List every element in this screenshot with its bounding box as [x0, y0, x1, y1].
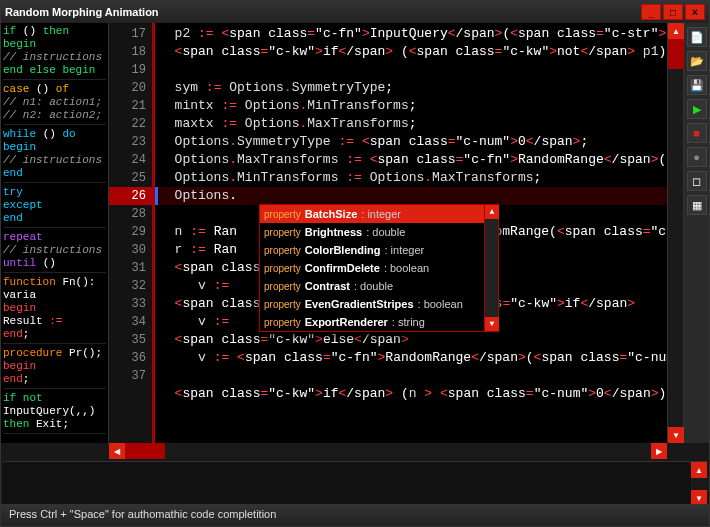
snippet-item[interactable]: if notInputQuery(,,)then Exit; — [3, 392, 106, 434]
main-area: if () then begin// instructionsend else … — [1, 23, 709, 443]
code-line[interactable]: <span class="c-kw">if</span> (n > <span … — [159, 385, 663, 403]
tile-icon: ▦ — [692, 199, 702, 212]
snippet-panel: if () then begin// instructionsend else … — [1, 23, 109, 443]
ac-name: Brightness — [305, 223, 362, 241]
scroll-left-button[interactable]: ◀ — [109, 443, 125, 459]
code-line[interactable]: mintx := Options.MinTransforms; — [159, 97, 663, 115]
snippet-item[interactable]: procedure Pr();beginend; — [3, 347, 106, 389]
ac-name: ConfirmDelete — [305, 259, 380, 277]
status-hint: Press Ctrl + "Space" for authomathic cod… — [9, 508, 276, 520]
break-button[interactable]: ◻ — [687, 171, 707, 191]
ac-name: Contrast — [305, 277, 350, 295]
line-number: 31 — [111, 259, 146, 277]
code-line[interactable]: v := <span class="c-fn">RandomRange</spa… — [159, 349, 663, 367]
snippet-item[interactable]: tryexceptend — [3, 186, 106, 228]
autocomplete-item[interactable]: propertyEvenGradientStripes: boolean — [260, 295, 498, 313]
scroll-thumb[interactable] — [668, 39, 684, 69]
ac-name: BatchSize — [305, 205, 358, 223]
record-button[interactable]: ● — [687, 147, 707, 167]
snippet-item[interactable]: while () do begin// instructionsend — [3, 128, 106, 183]
line-number: 33 — [111, 295, 146, 313]
snippet-item[interactable]: function Fn(): variabegin Result :=end; — [3, 276, 106, 344]
code-line[interactable]: <span class="c-kw">else</span> — [159, 331, 663, 349]
code-line[interactable] — [159, 367, 663, 385]
snippet-item[interactable]: if () then begin// instructionsend else … — [3, 25, 106, 80]
console-scrollbar[interactable]: ▲ ▼ — [691, 462, 707, 506]
autocomplete-item[interactable]: propertyContrast: double — [260, 277, 498, 295]
side-toolbar: 📄📂💾▶■●◻▦ — [683, 23, 709, 443]
line-number: 37 — [111, 367, 146, 385]
window-controls: _ □ × — [641, 4, 705, 20]
code-line[interactable]: Options.MinTransforms := Options.MaxTran… — [159, 169, 663, 187]
hscroll-thumb[interactable] — [125, 443, 165, 459]
save-icon: 💾 — [690, 79, 704, 92]
line-number: 18 — [111, 43, 146, 61]
ac-type: : integer — [361, 205, 401, 223]
status-bar: Press Ctrl + "Space" for authomathic cod… — [1, 504, 709, 526]
open-icon: 📂 — [690, 55, 704, 68]
save-button[interactable]: 💾 — [687, 75, 707, 95]
ac-type: : string — [392, 313, 425, 331]
code-editor[interactable]: p2 := <span class="c-fn">InputQuery</spa… — [155, 23, 667, 443]
line-number: 20 — [111, 79, 146, 97]
ac-type: : double — [354, 277, 393, 295]
line-number: 30 — [111, 241, 146, 259]
run-button[interactable]: ▶ — [687, 99, 707, 119]
autocomplete-scrollbar[interactable]: ▲▼ — [484, 205, 498, 331]
snippet-item[interactable]: repeat// instructionsuntil () — [3, 231, 106, 273]
autocomplete-item[interactable]: propertyConfirmDelete: boolean — [260, 259, 498, 277]
code-line[interactable]: Options.MaxTransforms := <span class="c-… — [159, 151, 663, 169]
line-number: 28 — [111, 205, 146, 223]
stop-button[interactable]: ■ — [687, 123, 707, 143]
code-line[interactable]: sym := Options.SymmetryType; — [159, 79, 663, 97]
code-line[interactable]: p2 := <span class="c-fn">InputQuery</spa… — [159, 25, 663, 43]
run-icon: ▶ — [693, 103, 701, 116]
snippet-item[interactable]: case () of// n1: action1;// n2: action2; — [3, 83, 106, 125]
line-number: 17 — [111, 25, 146, 43]
new-button[interactable]: 📄 — [687, 27, 707, 47]
ac-kind: property — [264, 206, 301, 224]
code-line[interactable]: <span class="c-kw">if</span> (<span clas… — [159, 43, 663, 61]
autocomplete-item[interactable]: propertyBrightness: double — [260, 223, 498, 241]
ac-kind: property — [264, 278, 301, 296]
vertical-scrollbar[interactable]: ▲ ▼ — [667, 23, 683, 443]
close-button[interactable]: × — [685, 4, 705, 20]
autocomplete-item[interactable]: propertyBatchSize: integer — [260, 205, 498, 223]
maximize-button[interactable]: □ — [663, 4, 683, 20]
current-line-marker — [155, 187, 158, 205]
line-number: 19 — [111, 61, 146, 79]
ac-kind: property — [264, 242, 301, 260]
ac-type: : boolean — [384, 259, 429, 277]
line-number: 25 — [111, 169, 146, 187]
ac-kind: property — [264, 224, 301, 242]
open-button[interactable]: 📂 — [687, 51, 707, 71]
code-line[interactable]: Options. — [159, 187, 663, 205]
scroll-right-button[interactable]: ▶ — [651, 443, 667, 459]
minimize-button[interactable]: _ — [641, 4, 661, 20]
autocomplete-item[interactable]: propertyExportRenderer: string — [260, 313, 498, 331]
tile-button[interactable]: ▦ — [687, 195, 707, 215]
ac-type: : boolean — [418, 295, 463, 313]
titlebar: Random Morphing Animation _ □ × — [1, 1, 709, 23]
record-icon: ● — [693, 151, 700, 163]
scroll-down-button[interactable]: ▼ — [668, 427, 684, 443]
autocomplete-popup[interactable]: propertyBatchSize: integerpropertyBright… — [259, 204, 499, 332]
ac-name: ColorBlending — [305, 241, 381, 259]
ac-scroll-down[interactable]: ▼ — [485, 317, 499, 331]
line-number: 26 — [109, 187, 152, 205]
code-line[interactable] — [159, 61, 663, 79]
line-number: 21 — [111, 97, 146, 115]
line-number: 22 — [111, 115, 146, 133]
scroll-up-button[interactable]: ▲ — [668, 23, 684, 39]
autocomplete-item[interactable]: propertyColorBlending: integer — [260, 241, 498, 259]
ac-scroll-up[interactable]: ▲ — [485, 205, 499, 219]
code-line[interactable]: maxtx := Options.MaxTransforms; — [159, 115, 663, 133]
line-number: 32 — [111, 277, 146, 295]
output-console[interactable]: ▲ ▼ — [3, 461, 707, 506]
new-icon: 📄 — [690, 31, 704, 44]
ac-kind: property — [264, 296, 301, 314]
horizontal-scrollbar[interactable]: ◀ ▶ — [109, 443, 667, 459]
ac-name: ExportRenderer — [305, 313, 388, 331]
code-line[interactable]: Options.SymmetryType := <span class="c-n… — [159, 133, 663, 151]
console-scroll-up[interactable]: ▲ — [691, 462, 707, 478]
